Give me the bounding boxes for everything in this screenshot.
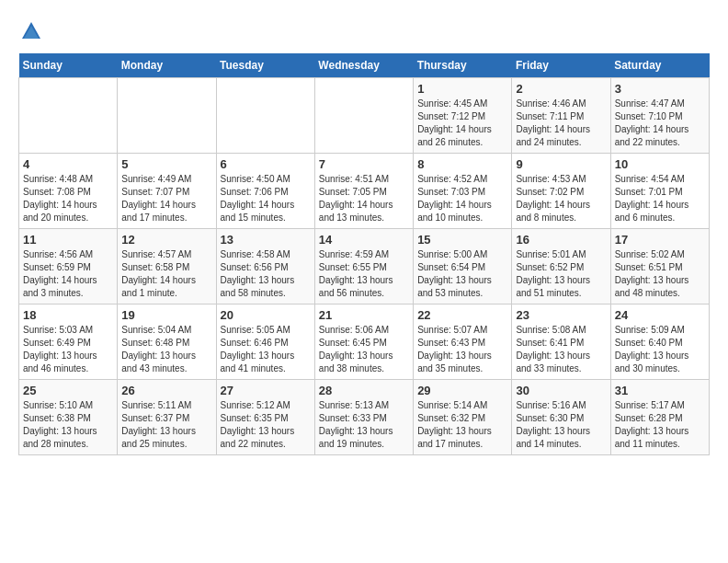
calendar-cell: 10Sunrise: 4:54 AMSunset: 7:01 PMDayligh… <box>610 154 709 229</box>
cell-info: Sunrise: 5:04 AMSunset: 6:48 PMDaylight:… <box>121 324 211 375</box>
calendar-cell: 28Sunrise: 5:13 AMSunset: 6:33 PMDayligh… <box>314 380 413 455</box>
calendar-header-monday: Monday <box>118 53 216 78</box>
calendar-cell: 25Sunrise: 5:10 AMSunset: 6:38 PMDayligh… <box>19 380 118 455</box>
cell-date: 19 <box>121 308 211 322</box>
calendar-cell: 8Sunrise: 4:52 AMSunset: 7:03 PMDaylight… <box>414 154 512 229</box>
calendar-cell: 17Sunrise: 5:02 AMSunset: 6:51 PMDayligh… <box>610 229 709 304</box>
cell-date: 13 <box>221 233 311 247</box>
cell-info: Sunrise: 5:10 AMSunset: 6:38 PMDaylight:… <box>23 399 113 451</box>
cell-info: Sunrise: 4:46 AMSunset: 7:11 PMDaylight:… <box>516 98 606 149</box>
calendar-cell: 15Sunrise: 5:00 AMSunset: 6:54 PMDayligh… <box>414 229 512 304</box>
cell-info: Sunrise: 5:00 AMSunset: 6:54 PMDaylight:… <box>417 248 507 300</box>
cell-info: Sunrise: 5:14 AMSunset: 6:32 PMDaylight:… <box>417 399 507 451</box>
cell-info: Sunrise: 5:03 AMSunset: 6:49 PMDaylight:… <box>23 324 113 375</box>
cell-date: 17 <box>615 233 705 247</box>
cell-date: 1 <box>417 82 507 96</box>
cell-info: Sunrise: 5:06 AMSunset: 6:45 PMDaylight:… <box>319 324 409 375</box>
calendar-cell: 9Sunrise: 4:53 AMSunset: 7:02 PMDaylight… <box>512 154 610 229</box>
calendar-cell <box>118 78 216 154</box>
calendar-cell: 30Sunrise: 5:16 AMSunset: 6:30 PMDayligh… <box>512 380 610 455</box>
calendar-header-sunday: Sunday <box>19 53 118 78</box>
calendar-cell <box>216 78 314 154</box>
cell-info: Sunrise: 4:45 AMSunset: 7:12 PMDaylight:… <box>417 98 507 149</box>
calendar-header-saturday: Saturday <box>610 53 709 78</box>
calendar-cell: 5Sunrise: 4:49 AMSunset: 7:07 PMDaylight… <box>118 154 216 229</box>
cell-date: 16 <box>516 233 606 247</box>
cell-date: 8 <box>417 157 507 171</box>
calendar-cell: 18Sunrise: 5:03 AMSunset: 6:49 PMDayligh… <box>19 304 118 380</box>
cell-info: Sunrise: 5:17 AMSunset: 6:28 PMDaylight:… <box>615 399 705 451</box>
cell-date: 4 <box>23 157 113 171</box>
cell-date: 25 <box>23 384 113 397</box>
cell-info: Sunrise: 5:16 AMSunset: 6:30 PMDaylight:… <box>516 399 606 451</box>
calendar-cell: 13Sunrise: 4:58 AMSunset: 6:56 PMDayligh… <box>216 229 314 304</box>
cell-info: Sunrise: 4:56 AMSunset: 6:59 PMDaylight:… <box>23 248 113 300</box>
calendar-table: SundayMondayTuesdayWednesdayThursdayFrid… <box>18 53 710 455</box>
cell-info: Sunrise: 4:53 AMSunset: 7:02 PMDaylight:… <box>516 173 606 224</box>
cell-date: 2 <box>516 82 606 96</box>
calendar-cell: 12Sunrise: 4:57 AMSunset: 6:58 PMDayligh… <box>118 229 216 304</box>
cell-info: Sunrise: 5:07 AMSunset: 6:43 PMDaylight:… <box>417 324 507 375</box>
cell-date: 10 <box>615 157 705 171</box>
cell-date: 11 <box>23 233 113 247</box>
calendar-header-thursday: Thursday <box>414 53 512 78</box>
cell-info: Sunrise: 5:08 AMSunset: 6:41 PMDaylight:… <box>516 324 606 375</box>
cell-date: 7 <box>319 157 409 171</box>
cell-date: 9 <box>516 157 606 171</box>
calendar-cell: 6Sunrise: 4:50 AMSunset: 7:06 PMDaylight… <box>216 154 314 229</box>
cell-date: 3 <box>615 82 705 96</box>
calendar-week-5: 25Sunrise: 5:10 AMSunset: 6:38 PMDayligh… <box>19 380 710 455</box>
cell-info: Sunrise: 4:59 AMSunset: 6:55 PMDaylight:… <box>319 248 409 300</box>
calendar-cell: 20Sunrise: 5:05 AMSunset: 6:46 PMDayligh… <box>216 304 314 380</box>
calendar-cell: 26Sunrise: 5:11 AMSunset: 6:37 PMDayligh… <box>118 380 216 455</box>
calendar-cell: 11Sunrise: 4:56 AMSunset: 6:59 PMDayligh… <box>19 229 118 304</box>
cell-date: 22 <box>417 308 507 322</box>
cell-info: Sunrise: 5:02 AMSunset: 6:51 PMDaylight:… <box>615 248 705 300</box>
cell-date: 6 <box>221 157 311 171</box>
logo <box>18 18 48 44</box>
calendar-cell: 27Sunrise: 5:12 AMSunset: 6:35 PMDayligh… <box>216 380 314 455</box>
cell-date: 21 <box>319 308 409 322</box>
calendar-cell: 4Sunrise: 4:48 AMSunset: 7:08 PMDaylight… <box>19 154 118 229</box>
cell-info: Sunrise: 4:48 AMSunset: 7:08 PMDaylight:… <box>23 173 113 224</box>
page-header <box>18 18 710 44</box>
calendar-cell: 14Sunrise: 4:59 AMSunset: 6:55 PMDayligh… <box>314 229 413 304</box>
cell-date: 15 <box>417 233 507 247</box>
cell-date: 23 <box>516 308 606 322</box>
cell-date: 5 <box>121 157 211 171</box>
cell-date: 31 <box>615 384 705 397</box>
cell-info: Sunrise: 4:50 AMSunset: 7:06 PMDaylight:… <box>221 173 311 224</box>
cell-info: Sunrise: 5:09 AMSunset: 6:40 PMDaylight:… <box>615 324 705 375</box>
calendar-cell: 29Sunrise: 5:14 AMSunset: 6:32 PMDayligh… <box>414 380 512 455</box>
cell-date: 12 <box>121 233 211 247</box>
cell-date: 29 <box>417 384 507 397</box>
cell-date: 18 <box>23 308 113 322</box>
cell-info: Sunrise: 4:52 AMSunset: 7:03 PMDaylight:… <box>417 173 507 224</box>
calendar-cell: 19Sunrise: 5:04 AMSunset: 6:48 PMDayligh… <box>118 304 216 380</box>
cell-info: Sunrise: 4:58 AMSunset: 6:56 PMDaylight:… <box>221 248 311 300</box>
calendar-cell: 22Sunrise: 5:07 AMSunset: 6:43 PMDayligh… <box>414 304 512 380</box>
cell-date: 20 <box>221 308 311 322</box>
cell-info: Sunrise: 4:49 AMSunset: 7:07 PMDaylight:… <box>121 173 211 224</box>
cell-date: 14 <box>319 233 409 247</box>
calendar-week-2: 4Sunrise: 4:48 AMSunset: 7:08 PMDaylight… <box>19 154 710 229</box>
calendar-cell: 3Sunrise: 4:47 AMSunset: 7:10 PMDaylight… <box>610 78 709 154</box>
cell-date: 28 <box>319 384 409 397</box>
calendar-cell: 7Sunrise: 4:51 AMSunset: 7:05 PMDaylight… <box>314 154 413 229</box>
calendar-cell: 21Sunrise: 5:06 AMSunset: 6:45 PMDayligh… <box>314 304 413 380</box>
cell-date: 24 <box>615 308 705 322</box>
calendar-cell: 24Sunrise: 5:09 AMSunset: 6:40 PMDayligh… <box>610 304 709 380</box>
calendar-week-1: 1Sunrise: 4:45 AMSunset: 7:12 PMDaylight… <box>19 78 710 154</box>
cell-info: Sunrise: 4:51 AMSunset: 7:05 PMDaylight:… <box>319 173 409 224</box>
cell-date: 30 <box>516 384 606 397</box>
calendar-header-row: SundayMondayTuesdayWednesdayThursdayFrid… <box>19 53 710 78</box>
calendar-cell <box>19 78 118 154</box>
calendar-header-tuesday: Tuesday <box>216 53 314 78</box>
calendar-header-wednesday: Wednesday <box>314 53 413 78</box>
cell-info: Sunrise: 5:01 AMSunset: 6:52 PMDaylight:… <box>516 248 606 300</box>
calendar-week-4: 18Sunrise: 5:03 AMSunset: 6:49 PMDayligh… <box>19 304 710 380</box>
logo-icon <box>18 18 44 44</box>
calendar-cell: 1Sunrise: 4:45 AMSunset: 7:12 PMDaylight… <box>414 78 512 154</box>
calendar-header-friday: Friday <box>512 53 610 78</box>
cell-info: Sunrise: 5:05 AMSunset: 6:46 PMDaylight:… <box>221 324 311 375</box>
